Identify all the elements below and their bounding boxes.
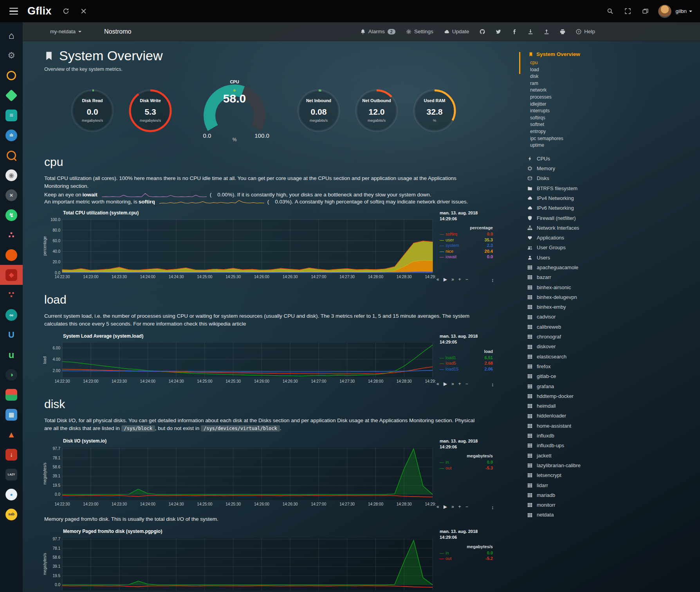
- legend-item-out[interactable]: —out-5.2: [440, 556, 493, 561]
- sidebar-app-letsencrypt[interactable]: letsencrypt: [527, 470, 622, 480]
- chart-resize-handle[interactable]: ↕: [491, 381, 494, 387]
- sidebar-link-uptime[interactable]: uptime: [530, 142, 622, 149]
- search-icon[interactable]: [607, 8, 613, 14]
- sidebar-app-grafana[interactable]: grafana: [527, 381, 622, 391]
- sidebar-section-ipv4-networking[interactable]: IPv4 Networking: [527, 193, 622, 203]
- sidebar-app-binhex-delugevpn[interactable]: binhex-delugevpn: [527, 292, 622, 302]
- sidebar-app-bazarr[interactable]: bazarr: [527, 272, 622, 282]
- sidebar-section-memory[interactable]: Memory: [527, 164, 622, 173]
- sidebar-link-interrupts[interactable]: interrupts: [530, 108, 622, 115]
- sidebar-app-hiddenloader[interactable]: hiddenloader: [527, 411, 622, 421]
- legend-item-load1[interactable]: —load16.51: [440, 355, 493, 361]
- chart-plot[interactable]: 2.004.006.0014:22:3014:23:0014:23:3014:2…: [44, 340, 436, 385]
- sidebar-app-calibreweb[interactable]: calibreweb: [527, 322, 622, 332]
- nd-nav-download[interactable]: [528, 29, 533, 34]
- sidebar-app-settings[interactable]: ⚙: [0, 45, 23, 65]
- sidebar-app-cadvisor[interactable]: cadvisor: [527, 312, 622, 322]
- legend-item-in[interactable]: —in0.0: [440, 550, 493, 556]
- nd-nav-facebook[interactable]: [512, 29, 517, 34]
- refresh-icon[interactable]: [63, 8, 69, 14]
- chart-toolbar[interactable]: «▶»+−: [437, 504, 468, 509]
- sidebar-app-app-16[interactable]: U: [0, 325, 23, 345]
- nd-nav-help[interactable]: ?Help: [576, 29, 595, 34]
- sidebar-app-influxdb[interactable]: influxdb: [527, 431, 622, 441]
- sidebar-app-app-15[interactable]: ∞: [0, 305, 23, 325]
- nd-nav-alarms[interactable]: Alarms2: [360, 29, 395, 34]
- gauge-disk-read[interactable]: Disk Read0.0megabytes/s: [67, 86, 117, 137]
- gauge-net-outbound[interactable]: Net Outbound12.0megabits/s: [352, 86, 402, 137]
- close-icon[interactable]: [80, 8, 87, 14]
- nd-nav-update[interactable]: Update: [444, 29, 469, 34]
- sidebar-app-influxdb-ups[interactable]: influxdb-ups: [527, 441, 622, 450]
- menu-toggle-button[interactable]: [9, 8, 18, 15]
- sidebar-app-app-19[interactable]: [0, 385, 23, 405]
- sidebar-link-ram[interactable]: ram: [530, 80, 622, 87]
- sidebar-app-apacheguacamole[interactable]: apacheguacamole: [527, 263, 622, 272]
- sidebar-link-network[interactable]: network: [530, 87, 622, 94]
- sidebar-app-app-08[interactable]: ◉: [0, 165, 23, 185]
- sidebar-app-app-04[interactable]: [0, 85, 23, 105]
- sidebar-link-ipc-semaphores[interactable]: ipc semaphores: [530, 135, 622, 142]
- sidebar-link-processes[interactable]: processes: [530, 94, 622, 101]
- chart-plot[interactable]: 0.019.539.158.678.197.714:22:3014:23:001…: [44, 535, 436, 592]
- sidebar-app-binhex-emby[interactable]: binhex-emby: [527, 302, 622, 312]
- chart-resize-handle[interactable]: ↕: [491, 277, 494, 283]
- legend-item-iowait[interactable]: —iowait0.0: [440, 254, 493, 260]
- sidebar-app-app-13[interactable]: ◆: [0, 265, 23, 285]
- nd-nav-twitter[interactable]: [496, 29, 501, 34]
- legend-item-load15[interactable]: —load152.06: [440, 366, 493, 372]
- sidebar-app-home[interactable]: ⌂: [0, 25, 23, 45]
- chart-resize-handle[interactable]: ↕: [491, 504, 494, 510]
- sidebar-app-app-17[interactable]: u: [0, 345, 23, 365]
- sidebar-section-firewall-netfilter-[interactable]: Firewall (netfilter): [527, 213, 622, 223]
- gauge-disk-write[interactable]: Disk Write5.3megabytes/s: [125, 86, 175, 137]
- legend-item-in[interactable]: —in0.0: [440, 459, 493, 465]
- sidebar-app-app-23[interactable]: LAZY: [0, 464, 23, 484]
- sidebar-app-gitlab-ce[interactable]: gitlab-ce: [527, 371, 622, 381]
- sidebar-app-heimdall[interactable]: heimdall: [527, 401, 622, 411]
- sidebar-app-app-12[interactable]: [0, 245, 23, 265]
- sidebar-app-app-18[interactable]: ◑: [0, 365, 23, 385]
- sidebar-app-jackett[interactable]: jackett: [527, 451, 622, 461]
- sidebar-app-app-25[interactable]: sab: [0, 504, 23, 524]
- nd-nav-settings[interactable]: Settings: [406, 29, 433, 34]
- sidebar-app-home-assistant[interactable]: home-assistant: [527, 421, 622, 431]
- sidebar-app-diskover[interactable]: diskover: [527, 342, 622, 351]
- sidebar-link-entropy[interactable]: entropy: [530, 128, 622, 135]
- nd-nav-print[interactable]: [560, 29, 565, 34]
- sidebar-section-network-interfaces[interactable]: Network Interfaces: [527, 223, 622, 233]
- sidebar-section-btrfs-filesystem[interactable]: BTRFS filesystem: [527, 184, 622, 193]
- sidebar-app-app-24[interactable]: ●: [0, 484, 23, 504]
- tabs-icon[interactable]: [642, 8, 649, 14]
- sidebar-app-app-03[interactable]: [0, 65, 23, 85]
- sidebar-app-monitorr[interactable]: monitorr: [527, 500, 622, 510]
- sidebar-app-app-14[interactable]: ∵: [0, 285, 23, 305]
- user-menu[interactable]: gilbn: [675, 8, 692, 14]
- sidebar-link-softnet[interactable]: softnet: [530, 121, 622, 128]
- sidebar-app-app-22[interactable]: ↓: [0, 444, 23, 464]
- legend-item-user[interactable]: —user35.3: [440, 237, 493, 243]
- legend-item-load5[interactable]: —load52.68: [440, 360, 493, 366]
- sidebar-app-hddtemp-docker[interactable]: hddtemp-docker: [527, 391, 622, 401]
- fullscreen-icon[interactable]: [624, 8, 631, 14]
- sidebar-app-binhex-airsonic[interactable]: binhex-airsonic: [527, 283, 622, 292]
- sidebar-app-app-11[interactable]: ∴: [0, 225, 23, 245]
- sidebar-app-app-07[interactable]: [0, 145, 23, 165]
- legend-item-nice[interactable]: —nice20.4: [440, 248, 493, 254]
- sidebar-link-softirqs[interactable]: softirqs: [530, 115, 622, 122]
- sidebar-section-system-overview[interactable]: System Overview: [525, 51, 622, 57]
- sidebar-link-load[interactable]: load: [530, 67, 622, 74]
- chart-toolbar[interactable]: «▶»+−: [437, 277, 468, 282]
- sidebar-app-mariadb[interactable]: mariadb: [527, 490, 622, 500]
- gauge-cpu[interactable]: CPU58.00.0100.0%: [193, 78, 276, 144]
- sidebar-link-idlejitter[interactable]: idlejitter: [530, 101, 622, 108]
- gauge-used-ram[interactable]: Used RAM32.8%: [410, 86, 460, 137]
- sidebar-app-app-06[interactable]: ılı: [0, 125, 23, 145]
- legend-item-softirq[interactable]: —softirq0.0: [440, 231, 493, 237]
- legend-item-out[interactable]: —out-5.3: [440, 465, 493, 471]
- sidebar-app-app-09[interactable]: ×: [0, 185, 23, 205]
- chart-plot[interactable]: 0.019.539.158.678.197.714:22:3014:23:001…: [44, 444, 436, 508]
- sidebar-section-users[interactable]: Users: [527, 253, 622, 263]
- nd-nav-upload[interactable]: [544, 29, 549, 34]
- sidebar-section-cpus[interactable]: CPUs: [527, 154, 622, 164]
